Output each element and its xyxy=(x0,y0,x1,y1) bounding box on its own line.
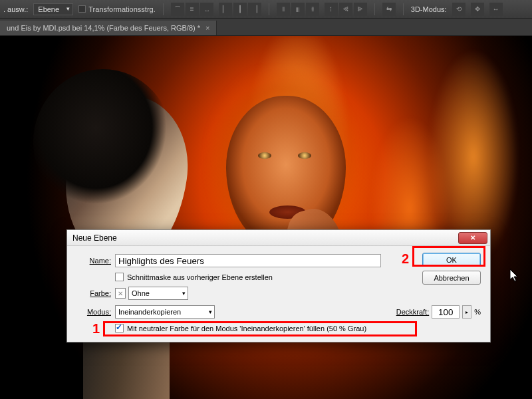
transform-controls-checkbox[interactable]: Transformationsstrg. xyxy=(78,5,155,13)
neutral-fill-checkbox[interactable]: Mit neutraler Farbe für den Modus 'Inein… xyxy=(115,324,366,332)
dialog-titlebar[interactable]: Neue Ebene ✕ xyxy=(67,230,490,246)
mode3d-label: 3D-Modus: xyxy=(411,5,447,13)
distribute-5-icon[interactable]: ⫷ xyxy=(339,3,352,16)
checkbox-box-icon xyxy=(115,273,124,281)
canvas-area xyxy=(0,36,532,399)
annotation-marker-2: 2 xyxy=(402,251,409,267)
distribute-group: ⫴ ⫼ ⫵ xyxy=(277,3,319,16)
divider-icon xyxy=(403,3,404,15)
layer-dropdown[interactable]: Ebene xyxy=(33,3,73,15)
close-button[interactable]: ✕ xyxy=(458,232,487,244)
document-tab[interactable]: und Eis by MDI.psd bei 14,1% (Farbe des … xyxy=(0,21,217,35)
distribute-group-2: ⫶ ⫷ ⫸ xyxy=(325,3,367,16)
distribute-3-icon[interactable]: ⫵ xyxy=(306,3,319,16)
align-left-icon[interactable]: ▏ xyxy=(219,3,232,16)
arrange-icon[interactable]: ⇆ xyxy=(382,3,396,16)
align-group-h: ▏ ┃ ▕ xyxy=(219,3,261,16)
align-hcenter-icon[interactable]: ┃ xyxy=(233,3,247,16)
opacity-input[interactable] xyxy=(432,305,460,319)
dialog-buttons: OK Abbrechen xyxy=(422,253,481,285)
color-none-icon: ✕ xyxy=(115,288,126,299)
color-dropdown[interactable]: Ohne xyxy=(128,287,188,300)
dialog-body: Name: Schnittmaske aus vorheriger Ebene … xyxy=(67,246,490,342)
annotation-marker-1: 1 xyxy=(92,321,100,336)
name-input[interactable] xyxy=(115,254,381,267)
3d-pan-icon[interactable]: ✥ xyxy=(471,3,484,16)
mode-value: Ineinanderkopieren xyxy=(118,308,181,316)
mode-dropdown[interactable]: Ineinanderkopieren xyxy=(115,305,215,319)
align-bottom-icon[interactable]: ⎵ xyxy=(200,3,213,16)
checkbox-checked-icon xyxy=(115,324,124,332)
cancel-button[interactable]: Abbrechen xyxy=(422,271,481,285)
document-tabbar: und Eis by MDI.psd bei 14,1% (Farbe des … xyxy=(0,19,532,36)
align-top-icon[interactable]: ⎴ xyxy=(171,3,184,16)
transform-label: Transformationsstrg. xyxy=(88,5,155,13)
close-icon[interactable]: × xyxy=(205,24,209,32)
distribute-2-icon[interactable]: ⫼ xyxy=(291,3,305,16)
distribute-1-icon[interactable]: ⫴ xyxy=(277,3,290,16)
divider-icon xyxy=(163,3,164,15)
align-vcenter-icon[interactable]: ≡ xyxy=(186,3,199,16)
clip-mask-label: Schnittmaske aus vorheriger Ebene erstel… xyxy=(127,273,273,281)
mode-label: Modus: xyxy=(76,308,115,316)
neutral-fill-label: Mit neutraler Farbe für den Modus 'Inein… xyxy=(127,325,366,332)
divider-icon xyxy=(374,3,375,15)
ok-button[interactable]: OK xyxy=(422,253,481,267)
auswahl-label: . ausw.: xyxy=(3,5,28,13)
name-label: Name: xyxy=(76,257,115,265)
distribute-6-icon[interactable]: ⫸ xyxy=(354,3,367,16)
document-image xyxy=(0,36,532,399)
distribute-4-icon[interactable]: ⫶ xyxy=(325,3,338,16)
opacity-spinner[interactable]: ▸ xyxy=(462,305,471,319)
3d-slide-icon[interactable]: ↔ xyxy=(489,3,503,16)
opacity-label: Deckkraft: xyxy=(396,308,430,316)
dialog-title: Neue Ebene xyxy=(72,233,458,243)
new-layer-dialog: Neue Ebene ✕ Name: Schnittmaske aus vorh… xyxy=(66,229,491,342)
color-value: Ohne xyxy=(132,289,150,297)
checkbox-box-icon xyxy=(78,5,86,13)
align-group: ⎴ ≡ ⎵ xyxy=(171,3,213,16)
color-label: Farbe: xyxy=(76,289,115,297)
options-bar: . ausw.: Ebene Transformationsstrg. ⎴ ≡ … xyxy=(0,0,532,19)
clip-mask-checkbox[interactable]: Schnittmaske aus vorheriger Ebene erstel… xyxy=(115,273,273,281)
tab-title: und Eis by MDI.psd bei 14,1% (Farbe des … xyxy=(7,24,200,32)
3d-orbit-icon[interactable]: ⟲ xyxy=(452,3,466,16)
opacity-unit: % xyxy=(474,308,481,316)
align-right-icon[interactable]: ▕ xyxy=(248,3,261,16)
divider-icon xyxy=(269,3,269,15)
